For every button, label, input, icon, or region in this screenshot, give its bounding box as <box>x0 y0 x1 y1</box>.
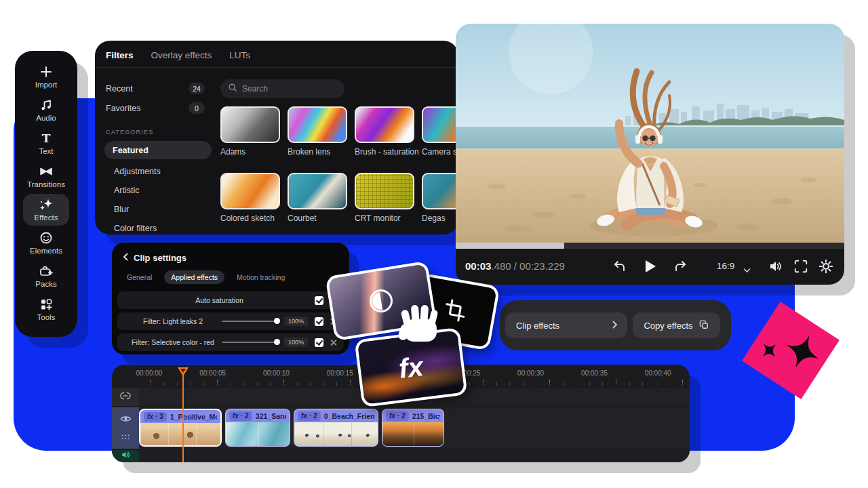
sidebar-item-text[interactable]: T Text <box>23 127 69 159</box>
timeline-clip[interactable]: fx·2321_Sandy <box>225 409 290 447</box>
category-item[interactable]: Adjustments <box>106 162 205 181</box>
fx-badge: fx·2 <box>298 411 321 421</box>
undo-icon[interactable] <box>612 259 627 277</box>
filter-thumbnail <box>355 106 414 143</box>
bowtie-icon <box>39 165 54 178</box>
search-input[interactable] <box>242 84 330 94</box>
checkbox-checked[interactable] <box>315 338 323 347</box>
sparkle-icon <box>39 198 54 211</box>
video-progress-bar[interactable] <box>456 243 844 249</box>
text-icon: T <box>42 131 51 145</box>
clip-thumbnail-strip <box>226 422 290 446</box>
sidebar-item-label: Elements <box>30 247 62 255</box>
filter-card[interactable]: Camera sh <box>422 106 458 157</box>
clip-name: 0_Beach_Friends <box>324 412 374 420</box>
sidebar-item-label: Effects <box>35 214 58 222</box>
filter-name: Brush - saturation <box>355 147 414 157</box>
chevron-down-icon[interactable] <box>743 264 751 276</box>
clip-thumbnail-strip <box>294 422 378 446</box>
play-icon[interactable] <box>643 258 658 277</box>
filters-grid: Adams Broken lens Brush - saturation Cam… <box>220 106 458 223</box>
filter-card[interactable]: Broken lens <box>288 106 347 157</box>
category-item[interactable]: Artistic <box>106 181 205 200</box>
timeline-clip[interactable]: fx·20_Beach_Friends <box>294 409 378 447</box>
intensity-slider[interactable] <box>222 321 279 322</box>
category-item[interactable]: Color filters <box>106 219 205 235</box>
collection-count-badge: 0 <box>189 102 205 114</box>
clip-thumbnail-strip <box>140 423 220 447</box>
sidebar-item-tools[interactable]: Tools <box>23 293 69 325</box>
categories-heading: CATEGORIES <box>106 129 205 136</box>
filter-thumbnail <box>422 106 458 143</box>
filter-card[interactable]: Colored sketch <box>220 173 280 223</box>
audio-track-row <box>112 450 690 462</box>
filter-card[interactable]: Adams <box>220 106 280 157</box>
link-icon <box>120 390 131 404</box>
video-clips: fx·31_Positive_Moor fx·2321_Sandy fx·20_… <box>139 409 444 447</box>
tab-applied-effects[interactable]: Applied effects <box>164 270 224 284</box>
tab-general[interactable]: General <box>120 270 159 284</box>
filter-thumbnail <box>288 106 347 143</box>
intensity-slider[interactable] <box>222 342 279 343</box>
volume-icon[interactable] <box>768 259 783 277</box>
category-item[interactable]: Featured <box>104 141 212 159</box>
clip-settings-panel: Clip settings General Applied effects Mo… <box>112 243 349 354</box>
timecode: 00:03.480 / 00:23.229 <box>465 260 565 272</box>
remove-effect-icon[interactable] <box>330 339 337 346</box>
back-chevron-icon[interactable] <box>123 251 128 264</box>
track-options-dots-icon[interactable] <box>121 431 130 443</box>
sidebar-item-elements[interactable]: Elements <box>23 227 69 259</box>
filter-thumbnail <box>288 173 347 209</box>
filters-tab[interactable]: LUTs <box>229 50 250 67</box>
eye-icon[interactable] <box>120 413 132 426</box>
timeline-clip[interactable]: fx·31_Positive_Moor <box>139 409 222 447</box>
sidebar-item-packs[interactable]: Packs <box>23 260 69 292</box>
clip-effects-button[interactable]: Clip effects <box>505 312 627 338</box>
clip-name: 1_Positive_Moor <box>170 413 217 421</box>
timeline-clip[interactable]: fx·2215_Bicy <box>382 409 444 447</box>
video-track-header[interactable] <box>112 407 139 449</box>
sidebar-item-transitions[interactable]: Transitions <box>23 161 69 192</box>
filter-card[interactable]: Courbet <box>288 173 347 223</box>
filter-thumbnail <box>422 173 458 209</box>
filter-card[interactable]: CRT monitor <box>355 173 414 223</box>
filter-thumbnail <box>220 173 280 209</box>
collection-count-badge: 24 <box>189 83 205 94</box>
filter-card[interactable]: Degas <box>422 173 458 223</box>
clip-name: 215_Bicy <box>412 412 440 420</box>
speaker-icon <box>121 450 130 462</box>
sidebar-item-audio[interactable]: Audio <box>23 94 69 126</box>
redo-icon[interactable] <box>673 259 688 277</box>
effect-row-light-leaks: Filter: Light leaks 2 100% <box>117 312 344 330</box>
intensity-value: 100% <box>284 317 308 326</box>
categories-list: FeaturedAdjustmentsArtisticBlurColor fil… <box>106 141 205 235</box>
filter-name: Courbet <box>288 214 347 223</box>
copy-effects-button[interactable]: Copy effects <box>633 312 720 338</box>
audio-track-header[interactable] <box>112 450 139 462</box>
sidebar-item-effects[interactable]: Effects <box>23 194 69 226</box>
copy-icon <box>698 319 709 332</box>
fullscreen-icon[interactable] <box>793 259 808 277</box>
filter-card[interactable]: Brush - saturation <box>355 106 414 157</box>
clip-name: 321_Sandy <box>256 412 286 420</box>
fx-badge: fx·3 <box>144 412 167 422</box>
settings-gear-icon[interactable] <box>818 259 833 277</box>
ruler-timestamp: 00:00:10 <box>245 369 309 377</box>
collection-row[interactable]: Favorites 0 <box>106 98 205 118</box>
aspect-ratio-select[interactable]: 16:9 <box>717 261 734 271</box>
search-box[interactable] <box>220 79 344 98</box>
link-track-toggle[interactable] <box>112 388 139 406</box>
category-item[interactable]: Blur <box>106 200 205 219</box>
sidebar-item-label: Packs <box>35 280 56 288</box>
filter-name: Adams <box>220 147 280 157</box>
tab-motion-tracking[interactable]: Motion tracking <box>230 270 292 284</box>
collection-label: Favorites <box>106 104 140 113</box>
collection-row[interactable]: Recent 24 <box>106 79 205 98</box>
checkbox-checked[interactable] <box>315 317 323 326</box>
filters-tab[interactable]: Filters <box>106 50 134 67</box>
checkbox-checked[interactable] <box>315 296 323 305</box>
sidebar-item-import[interactable]: Import <box>23 61 69 93</box>
filters-tab[interactable]: Overlay effects <box>151 50 212 67</box>
clip-actions-bar: Clip effects Copy effects <box>500 300 731 350</box>
sidebar-item-label: Tools <box>37 313 56 321</box>
